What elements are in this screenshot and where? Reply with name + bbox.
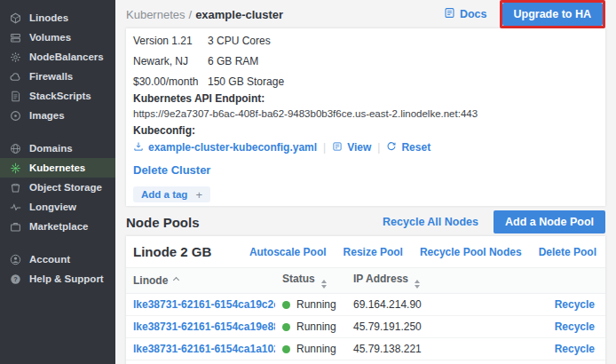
spec-right: 6 GB RAM xyxy=(208,56,598,67)
kubeconfig-view-link[interactable]: View xyxy=(332,141,371,154)
column-header-ip-address[interactable]: IP Address xyxy=(346,268,515,294)
node-link[interactable]: lke38731-62161-6154ca19c2ca xyxy=(133,298,275,311)
docs-link[interactable]: Docs xyxy=(444,7,487,21)
sidebar: LinodesVolumesNodeBalancersFirewallsStac… xyxy=(0,0,115,364)
sidebar-item-marketplace[interactable]: Marketplace xyxy=(0,217,115,236)
sidebar-item-label: Longview xyxy=(29,202,76,212)
reset-icon xyxy=(386,141,397,154)
briefcase-icon xyxy=(10,221,21,233)
status-text: Running xyxy=(296,343,336,355)
breadcrumb-current: example-cluster xyxy=(195,8,283,21)
person-icon xyxy=(10,254,21,265)
sidebar-item-longview[interactable]: Longview xyxy=(0,197,115,217)
sidebar-item-volumes[interactable]: Volumes xyxy=(0,28,115,47)
recycle-all-nodes-link[interactable]: Recycle All Nodes xyxy=(383,216,478,228)
pool-nodes-table: LinodeStatusIP Address lke38731-62161-61… xyxy=(126,267,605,360)
kubeconfig-reset-link[interactable]: Reset xyxy=(386,141,430,154)
spec-right: 150 GB Storage xyxy=(208,76,598,88)
status-cell: Running xyxy=(282,343,339,355)
sidebar-item-domains[interactable]: Domains xyxy=(0,138,115,158)
reset-label: Reset xyxy=(401,141,430,154)
sidebar-item-help-support[interactable]: ?Help & Support xyxy=(0,269,115,289)
sidebar-item-kubernetes[interactable]: Kubernetes xyxy=(0,158,115,178)
disc-icon xyxy=(10,110,21,122)
recycle-node-link[interactable]: Recycle xyxy=(555,298,595,311)
sidebar-group: LinodesVolumesNodeBalancersFirewallsStac… xyxy=(0,8,115,125)
column-header-linode[interactable]: Linode xyxy=(126,268,275,294)
recycle-node-link[interactable]: Recycle xyxy=(555,320,595,333)
resize-pool-link[interactable]: Resize Pool xyxy=(344,246,403,258)
sidebar-item-label: Linodes xyxy=(29,12,68,23)
divider: | xyxy=(323,141,326,154)
ip-address: 69.164.214.90 xyxy=(346,294,515,316)
sidebar-group: DomainsKubernetesObject StorageLongviewM… xyxy=(0,138,115,236)
add-tag-button[interactable]: Add a tag + xyxy=(133,186,210,202)
column-header-status[interactable]: Status xyxy=(275,268,346,294)
kubeconfig-label: Kubeconfig: xyxy=(133,124,598,137)
sidebar-item-nodebalancers[interactable]: NodeBalancers xyxy=(0,47,115,67)
node-pools-title: Node Pools xyxy=(126,215,200,230)
main-content: Kubernetes/example-cluster Docs Upgrade … xyxy=(115,0,616,364)
breadcrumb: Kubernetes/example-cluster xyxy=(126,8,283,21)
script-icon xyxy=(10,91,21,102)
sidebar-group: Account?Help & Support xyxy=(0,249,115,289)
topbar-actions: Docs Upgrade to HA xyxy=(444,0,605,28)
pool-id-footer: Pool ID 62161 xyxy=(126,360,605,364)
help-icon: ? xyxy=(10,273,21,285)
gear-icon xyxy=(10,51,21,63)
sidebar-item-object-storage[interactable]: Object Storage xyxy=(0,178,115,197)
ip-address: 45.79.138.221 xyxy=(346,338,515,360)
upgrade-to-ha-button[interactable]: Upgrade to HA xyxy=(502,3,604,26)
sidebar-item-label: Account xyxy=(29,254,70,265)
cluster-specs: Version 1.213 CPU CoresNewark, NJ6 GB RA… xyxy=(133,36,598,88)
sidebar-item-label: Object Storage xyxy=(29,182,102,193)
sidebar-item-label: NodeBalancers xyxy=(29,51,104,62)
sort-toggle-icon xyxy=(415,280,420,289)
node-row: lke38731-62161-6154ca19e885Running45.79.… xyxy=(126,316,605,338)
drives-icon xyxy=(10,32,21,44)
add-node-pool-button[interactable]: Add a Node Pool xyxy=(494,210,605,233)
sidebar-item-linodes[interactable]: Linodes xyxy=(0,8,115,28)
sidebar-item-stackscripts[interactable]: StackScripts xyxy=(0,86,115,106)
recycle-pool-nodes-link[interactable]: Recycle Pool Nodes xyxy=(420,246,522,258)
spec-left: Version 1.21 xyxy=(133,36,208,47)
status-running-dot xyxy=(282,323,290,331)
breadcrumb-section-link[interactable]: Kubernetes xyxy=(126,8,186,21)
column-header-actions xyxy=(515,268,605,294)
table-header-row: LinodeStatusIP Address xyxy=(126,268,605,294)
column-label: Linode xyxy=(133,274,168,287)
sidebar-item-label: Domains xyxy=(29,143,73,154)
delete-pool-link[interactable]: Delete Pool xyxy=(539,246,596,258)
spec-right: 3 CPU Cores xyxy=(208,36,598,47)
column-label: Status xyxy=(282,273,315,285)
sidebar-item-account[interactable]: Account xyxy=(0,249,115,269)
globe-icon xyxy=(10,143,21,154)
pool-actions: Autoscale PoolResize PoolRecycle Pool No… xyxy=(249,246,596,258)
breadcrumb-separator: / xyxy=(189,8,193,21)
recycle-node-link[interactable]: Recycle xyxy=(555,343,595,355)
sort-ascending-icon xyxy=(173,277,179,283)
sidebar-item-label: Marketplace xyxy=(29,221,88,232)
sidebar-item-label: Firewalls xyxy=(29,71,73,82)
sidebar-item-images[interactable]: Images xyxy=(0,106,115,125)
upgrade-annotation-box: Upgrade to HA xyxy=(500,0,606,28)
kubeconfig-download-link[interactable]: example-cluster-kubeconfig.yaml xyxy=(133,141,317,154)
sidebar-item-label: Kubernetes xyxy=(29,162,85,173)
spec-left: $30.00/month xyxy=(133,76,208,88)
plus-icon: + xyxy=(195,190,202,200)
status-cell: Running xyxy=(282,320,339,333)
autoscale-pool-link[interactable]: Autoscale Pool xyxy=(249,246,327,258)
divider: | xyxy=(377,141,380,154)
docs-icon xyxy=(444,7,455,21)
cube-icon xyxy=(10,12,21,24)
topbar: Kubernetes/example-cluster Docs Upgrade … xyxy=(126,0,605,28)
view-icon xyxy=(332,141,343,154)
node-link[interactable]: lke38731-62161-6154ca1a1021 xyxy=(133,343,275,355)
sidebar-item-firewalls[interactable]: Firewalls xyxy=(0,67,115,86)
node-pool-card: Linode 2 GB Autoscale PoolResize PoolRec… xyxy=(126,236,605,364)
docs-label: Docs xyxy=(460,8,487,20)
pool-head: Linode 2 GB Autoscale PoolResize PoolRec… xyxy=(126,236,605,267)
node-link[interactable]: lke38731-62161-6154ca19e885 xyxy=(133,320,275,333)
status-text: Running xyxy=(296,320,336,333)
delete-cluster-link[interactable]: Delete Cluster xyxy=(133,163,210,177)
